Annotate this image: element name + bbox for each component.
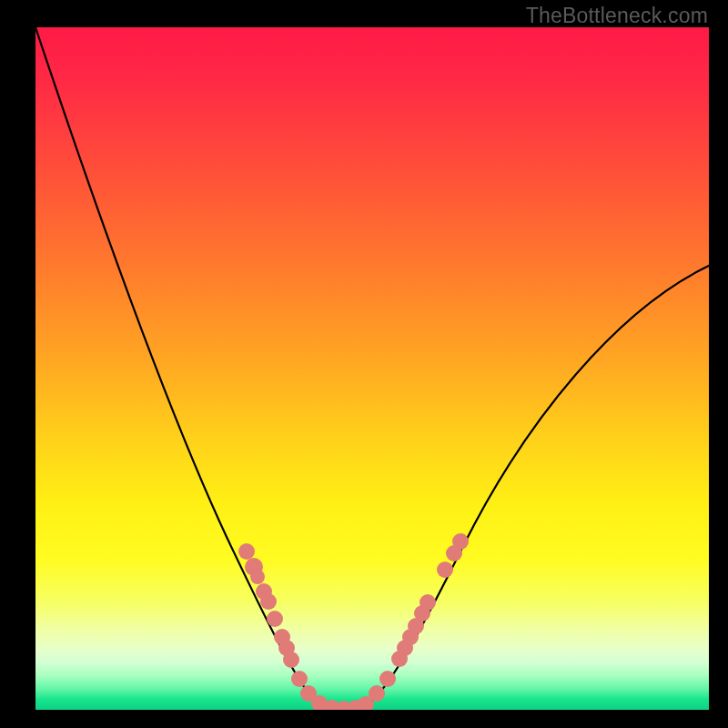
data-marker: [267, 611, 283, 627]
data-marker: [260, 593, 277, 610]
data-marker: [250, 570, 265, 584]
curve-segment: [341, 266, 709, 710]
plot-area: [35, 27, 709, 710]
data-marker: [420, 594, 436, 611]
data-marker: [437, 561, 453, 578]
data-marker: [283, 652, 299, 668]
data-marker: [379, 671, 396, 687]
chart-frame: TheBottleneck.com: [0, 0, 728, 728]
data-marker: [291, 671, 308, 687]
data-marker: [238, 543, 255, 560]
bottleneck-curve: [35, 27, 709, 710]
data-marker: [369, 685, 385, 702]
data-marker: [452, 533, 469, 550]
curve-segment: [35, 27, 341, 710]
watermark-text: TheBottleneck.com: [526, 4, 708, 28]
